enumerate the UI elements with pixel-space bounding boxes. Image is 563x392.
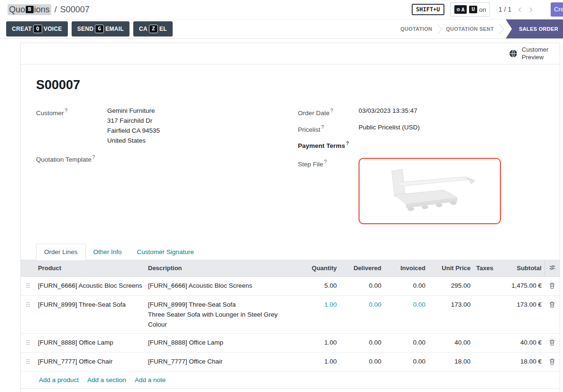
cell-delivered[interactable]: 0.00 [340, 295, 384, 333]
breadcrumb: Quo B ions / S00007 [8, 4, 90, 15]
step-file-image-field[interactable] [359, 158, 501, 224]
trash-icon [549, 283, 555, 289]
notebook-tabs: Order Lines Other Info Customer Signatur… [21, 244, 560, 260]
unit-price-column-header: Unit Price [428, 260, 473, 277]
cell-quantity[interactable]: 1.00 [298, 295, 340, 333]
drag-handle-column-header [21, 260, 35, 277]
sheet-footer: Terms and conditions... Total: 1,706.00 … [21, 389, 560, 392]
send-email-button[interactable]: SEND G EMAIL [72, 21, 129, 37]
cell-product[interactable]: [FURN_6666] Acoustic Bloc Screens [35, 276, 145, 295]
sheet-header: Customer Preview [21, 43, 560, 64]
action-access-key-badge: U [469, 5, 478, 14]
chevron-right-icon[interactable]: › [528, 4, 534, 15]
create-button[interactable]: Create [551, 2, 563, 17]
cell-invoiced[interactable]: 0.00 [384, 295, 428, 333]
field-groups: Customer? Gemini Furniture 317 Fairchild… [36, 106, 541, 228]
3d-model-preview [378, 163, 482, 219]
pricelist-field-label: Pricelist? [298, 122, 359, 135]
order-date-field-value[interactable]: 03/03/2023 13:35:47 [359, 106, 417, 118]
optional-columns-toggle[interactable] [545, 260, 560, 277]
order-line-row: [FURN_8999] Three-Seat Sofa [FURN_8999] … [21, 295, 560, 333]
drag-handle[interactable] [21, 352, 35, 371]
add-product-link[interactable]: Add a product [39, 376, 79, 383]
cell-delivered[interactable]: 0.00 [340, 276, 384, 295]
breadcrumb-current: S00007 [60, 5, 90, 15]
tab-other-info[interactable]: Other Info [86, 244, 129, 260]
cancel-button[interactable]: CA Z EL [133, 21, 173, 37]
delete-row-button[interactable] [545, 333, 560, 352]
chevron-separator-icon [494, 24, 504, 34]
chevron-left-icon[interactable]: ‹ [517, 4, 522, 15]
status-step-sales-order-active[interactable]: SALES ORDER [506, 19, 563, 38]
access-key-badge-quotations: B [25, 5, 34, 14]
create-invoice-label-pre: CREAT [12, 26, 32, 32]
customer-preview-link[interactable]: Customer Preview [509, 46, 552, 62]
cell-product[interactable]: [FURN_8999] Three-Seat Sofa [35, 295, 145, 333]
field-quotation-template: Quotation Template? [36, 152, 298, 164]
cell-taxes[interactable] [473, 276, 494, 295]
cell-quantity[interactable]: 5.00 [298, 276, 340, 295]
drag-handle[interactable] [21, 333, 35, 352]
trash-icon [549, 301, 555, 308]
cell-product[interactable]: [FURN_8888] Office Lamp [35, 333, 145, 352]
cell-quantity[interactable]: 1.00 [298, 333, 340, 352]
description-line: Colour [148, 319, 295, 329]
cancel-label-pre: CA [139, 26, 148, 32]
cell-delivered[interactable]: 0.00 [340, 333, 384, 352]
drag-handle-icon [26, 358, 30, 365]
create-invoice-label-post: VOICE [44, 26, 62, 32]
drag-handle-icon [26, 339, 30, 346]
help-tooltip-icon: ? [65, 108, 68, 113]
cell-description[interactable]: [FURN_7777] Office Chair [145, 352, 298, 371]
cell-delivered[interactable]: 0.00 [340, 352, 384, 371]
cell-product[interactable]: [FURN_7777] Office Chair [35, 352, 145, 371]
cell-description[interactable]: [FURN_8999] Three-Seat Sofa Three Seater… [145, 295, 298, 333]
pager-counter: 1 / 1 [498, 6, 511, 13]
customer-address-line: United States [107, 136, 160, 146]
description-column-header: Description [145, 260, 298, 277]
trash-icon [549, 339, 555, 346]
gear-access-key-badge: ⚙A [454, 5, 468, 15]
status-step-quotation[interactable]: QUOTATION [395, 26, 438, 32]
cell-description[interactable]: [FURN_6666] Acoustic Bloc Screens [145, 276, 298, 295]
add-section-link[interactable]: Add a section [87, 376, 126, 383]
cell-invoiced[interactable]: 0.00 [384, 352, 428, 371]
delete-row-button[interactable] [545, 276, 560, 295]
cell-quantity[interactable]: 1.00 [298, 352, 340, 371]
drag-handle-icon [26, 283, 30, 289]
quantity-column-header: Quantity [298, 260, 340, 277]
cell-invoiced[interactable]: 0.00 [384, 333, 428, 352]
create-invoice-button[interactable]: CREAT Q VOICE [6, 21, 68, 37]
cell-taxes[interactable] [473, 333, 494, 352]
help-tooltip-icon: ? [331, 108, 333, 113]
access-key-badge-create-invoice: Q [33, 25, 42, 34]
status-step-quotation-sent[interactable]: QUOTATION SENT [440, 26, 499, 32]
top-navbar: Quo B ions / S00007 SHIFT+U ⚙A U on 1 / … [0, 0, 563, 19]
delete-row-button[interactable] [545, 295, 560, 333]
tab-order-lines[interactable]: Order Lines [36, 244, 86, 260]
action-menu-button[interactable]: ⚙A U on [450, 2, 490, 17]
drag-handle[interactable] [21, 295, 35, 333]
cell-unit-price[interactable]: 295.00 [428, 276, 473, 295]
customer-preview-label: Customer Preview [522, 46, 552, 62]
cell-description[interactable]: [FURN_8888] Office Lamp [145, 333, 298, 352]
help-tooltip-icon: ? [324, 159, 327, 164]
cell-taxes[interactable] [473, 352, 494, 371]
add-note-link[interactable]: Add a note [135, 376, 166, 383]
field-group-right: Order Date? 03/03/2023 13:35:47 Pricelis… [298, 106, 541, 228]
cell-unit-price[interactable]: 40.00 [428, 333, 473, 352]
breadcrumb-quotations-link[interactable]: Quo B ions [8, 4, 51, 15]
tab-customer-signature[interactable]: Customer Signature [129, 244, 202, 260]
cell-unit-price[interactable]: 18.00 [428, 352, 473, 371]
drag-handle[interactable] [21, 276, 35, 295]
pricelist-field-value[interactable]: Public Pricelist (USD) [359, 122, 420, 135]
cell-taxes[interactable] [473, 295, 494, 333]
cell-invoiced[interactable]: 0.00 [384, 276, 428, 295]
cell-subtotal: 1,475.00 € [494, 276, 545, 295]
cell-unit-price[interactable]: 173.00 [428, 295, 473, 333]
step-file-field-label: Step File? [298, 157, 359, 224]
delete-row-button[interactable] [545, 352, 560, 371]
field-pricelist: Pricelist? Public Pricelist (USD) [298, 122, 541, 135]
access-key-badge-cancel: Z [149, 25, 158, 34]
customer-name-link[interactable]: Gemini Furniture [107, 106, 160, 116]
